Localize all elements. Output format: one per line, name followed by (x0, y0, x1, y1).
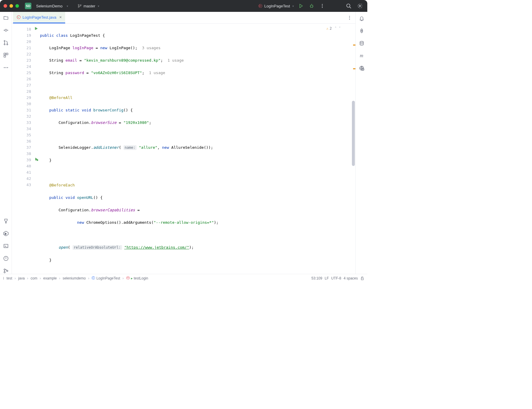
run-button[interactable] (297, 2, 305, 9)
vcs-tool-icon[interactable] (3, 268, 9, 274)
breadcrumb-item[interactable]: test (7, 276, 12, 280)
run-class-gutter-icon[interactable] (35, 27, 38, 30)
titlebar: SD SeleniumDemo ▾ master ▾ LogInPageTest… (0, 0, 367, 12)
code-area[interactable]: public class LogInPageTest { LogInPage l… (40, 24, 355, 274)
chevron-down-icon[interactable]: ˅ (339, 25, 341, 32)
chevron-down-icon[interactable]: ▾ (67, 4, 68, 8)
search-icon[interactable] (345, 2, 352, 10)
caret-position[interactable]: 53:109 (311, 276, 322, 280)
breadcrumb-item[interactable]: Ⓒ LogInPageTest (92, 276, 120, 281)
svg-point-0 (78, 4, 79, 6)
warning-marker[interactable] (353, 68, 355, 69)
class-icon: Ⓒ (92, 276, 95, 281)
run-tool-icon[interactable] (3, 231, 9, 237)
breadcrumb-item[interactable]: com (31, 276, 37, 280)
svg-rect-16 (4, 55, 6, 57)
main-area: LogInPageTest.java × 18 19 20 21 22 23 2… (0, 12, 367, 274)
maven-icon[interactable]: m (359, 53, 365, 59)
terminal-tool-icon[interactable] (3, 243, 9, 249)
breadcrumb-item[interactable]: seleniumdemo (63, 276, 86, 280)
svg-point-11 (4, 40, 5, 41)
indent-setting[interactable]: 4 spaces (344, 276, 358, 280)
editor-tabs: LogInPageTest.java × (12, 12, 355, 24)
more-tools-icon[interactable] (3, 65, 9, 71)
breadcrumb-item[interactable]: ⓜ ▸ testLogin (126, 276, 148, 281)
svg-point-9 (359, 5, 361, 7)
ai-assistant-icon[interactable] (359, 28, 365, 34)
run-config-icon (258, 4, 262, 8)
project-badge: SD (25, 3, 31, 9)
svg-point-31 (360, 41, 363, 43)
run-configuration[interactable]: LogInPageTest ▾ (258, 4, 294, 8)
close-window[interactable] (4, 4, 7, 8)
svg-point-26 (349, 16, 350, 17)
test-run-icon: ▸ (131, 276, 133, 280)
minimize-window[interactable] (9, 4, 13, 8)
vertical-scrollbar[interactable] (352, 101, 355, 166)
svg-point-18 (5, 67, 6, 68)
tab-more-icon[interactable] (347, 15, 352, 20)
java-test-file-icon (17, 15, 21, 19)
run-config-name: LogInPageTest (264, 4, 290, 8)
svg-rect-15 (6, 53, 8, 55)
build-tool-icon[interactable] (3, 218, 9, 224)
svg-rect-14 (4, 53, 6, 55)
breadcrumb-toggle-icon[interactable]: ⁞ (3, 276, 4, 280)
run-test-gutter-icon[interactable] (35, 157, 38, 161)
editor-column: LogInPageTest.java × 18 19 20 21 22 23 2… (12, 12, 355, 274)
commit-tool-icon[interactable] (3, 27, 9, 33)
chevron-down-icon[interactable]: ▾ (98, 4, 99, 8)
maximize-window[interactable] (15, 4, 19, 8)
vcs-branch[interactable]: master ▾ (78, 4, 99, 8)
tab-loginpagetest[interactable]: LogInPageTest.java × (13, 12, 65, 23)
svg-point-6 (322, 6, 323, 7)
pull-requests-icon[interactable] (3, 40, 9, 46)
right-tool-rail: m (355, 12, 367, 274)
svg-rect-20 (4, 244, 8, 247)
svg-point-10 (5, 29, 7, 31)
left-tool-rail (0, 12, 12, 274)
svg-point-22 (4, 269, 5, 270)
warning-icon: ⚠ (326, 25, 329, 32)
breadcrumb-item[interactable]: example (43, 276, 57, 280)
line-separator[interactable]: LF (325, 276, 329, 280)
structure-tool-icon[interactable] (3, 52, 9, 58)
svg-point-17 (4, 67, 4, 68)
svg-point-27 (349, 17, 350, 18)
svg-point-23 (4, 271, 5, 273)
warning-marker[interactable] (353, 44, 355, 46)
breadcrumb-item[interactable]: java (18, 276, 25, 280)
project-tool-icon[interactable] (3, 15, 9, 21)
svg-point-7 (322, 7, 323, 8)
branch-icon (78, 4, 82, 8)
line-gutter: 18 19 20 21 22 23 24 25 26 27 28 29 30 3… (12, 24, 40, 274)
inspection-summary[interactable]: ⚠ 2 ˄ ˅ (326, 25, 341, 32)
svg-point-29 (36, 159, 38, 161)
coverage-icon[interactable] (359, 65, 365, 71)
more-actions-icon[interactable] (319, 2, 326, 9)
readonly-lock-icon[interactable] (360, 276, 364, 280)
method-icon: ⓜ (126, 276, 130, 281)
problems-tool-icon[interactable] (3, 255, 9, 261)
svg-point-1 (78, 7, 79, 8)
database-icon[interactable] (359, 40, 365, 46)
project-name[interactable]: SeleniumDemo (36, 4, 63, 8)
svg-point-8 (347, 4, 350, 7)
editor[interactable]: 18 19 20 21 22 23 24 25 26 27 28 29 30 3… (12, 24, 355, 274)
tab-close-icon[interactable]: × (59, 15, 62, 20)
svg-point-5 (322, 4, 323, 5)
debug-button[interactable] (308, 2, 315, 9)
settings-icon[interactable] (356, 2, 364, 10)
warning-count: 2 (330, 25, 332, 32)
tab-filename: LogInPageTest.java (23, 15, 56, 20)
file-encoding[interactable]: UTF-8 (331, 276, 341, 280)
svg-point-13 (7, 44, 8, 45)
svg-point-30 (361, 30, 362, 31)
chevron-up-icon[interactable]: ˄ (335, 25, 336, 32)
svg-point-2 (80, 5, 81, 6)
svg-point-19 (7, 67, 8, 68)
chevron-down-icon[interactable]: ▾ (292, 4, 294, 8)
status-bar: ⁞ test› java› com› example› seleniumdemo… (0, 274, 367, 282)
svg-rect-34 (361, 278, 363, 280)
notifications-icon[interactable] (359, 15, 365, 21)
